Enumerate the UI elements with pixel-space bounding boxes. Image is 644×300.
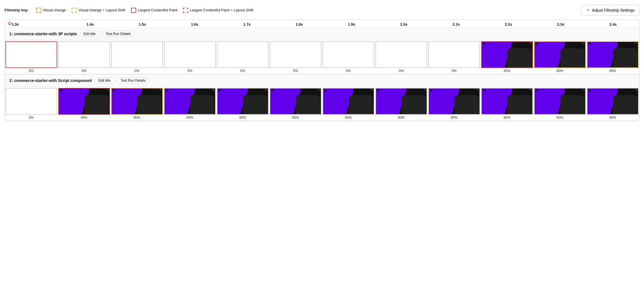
frame-pct-2: 80% — [134, 116, 140, 120]
legend-item-visual-layout: Visual change + Layout Shift — [72, 8, 125, 13]
frame-img-wrap-10: New Short Sleeve T-Shirt$25.99 USDLightw… — [534, 41, 586, 68]
frame-11: New Short Sleeve T-Shirt$25.99 USDLightw… — [586, 87, 639, 121]
frame-img-wrap-8: New Short Sleeve T-Shirt$25.99 USDLightw… — [428, 88, 480, 115]
legend-label-lcp-layout: Largest Contentful Paint + Layout Shift — [190, 8, 253, 12]
frame-11: New Short Sleeve T-Shirt$25.99 USDLightw… — [586, 40, 639, 74]
frame-icon-left — [483, 89, 485, 92]
frame-img-wrap-2: New Short Sleeve T-Shirt$25.99 USDLightw… — [111, 88, 163, 115]
filmstrip-container: 1.3s1.4s1.5s1.6s1.7s1.8s1.9s2.0s2.1s2.2s… — [5, 20, 639, 121]
legend-bar: Filmstrip key: Visual change Visual chan… — [5, 5, 639, 16]
timeline-label-1: 1.4s — [64, 22, 116, 26]
frame-8: New Short Sleeve T-Shirt$25.99 USDLightw… — [428, 87, 481, 121]
frame-7: New Short Sleeve T-Shirt$25.99 USDLightw… — [375, 87, 428, 121]
frame-img-wrap-6 — [323, 41, 374, 68]
frame-pct-8: 80% — [451, 116, 458, 120]
frame-icon-right — [371, 89, 373, 92]
frame-6: 0% — [322, 40, 375, 74]
frame-icon-right — [477, 89, 479, 92]
frame-icon-right — [529, 42, 531, 45]
frame-pct-7: 0% — [399, 69, 404, 73]
frame-pct-11: 80% — [609, 69, 616, 73]
frame-icon-right — [159, 89, 161, 92]
frame-img-wrap-3 — [164, 41, 216, 68]
frame-pct-3: 0% — [187, 69, 192, 73]
frame-icon-left — [430, 89, 432, 92]
edit-title-button-2[interactable]: Edit title — [95, 77, 114, 84]
test-run-details-button-2[interactable]: Test Run Details — [117, 77, 149, 84]
frame-icon-right — [582, 89, 584, 92]
frames-row-1: 0%0%0%0%0%0%0%0%0%New Short Sleeve T-Shi… — [5, 40, 639, 74]
frame-empty-0 — [6, 42, 57, 67]
timeline-label-9: 2.2s — [482, 22, 535, 26]
legend-label-visual-layout: Visual change + Layout Shift — [78, 8, 125, 12]
frame-icon-right — [107, 89, 109, 92]
frame-empty-6 — [323, 42, 374, 67]
frame-3: New Short Sleeve T-Shirt$25.99 USDLightw… — [163, 87, 216, 121]
plus-icon: ＋ — [586, 7, 590, 13]
frame-pct-10: 80% — [556, 69, 563, 73]
frame-icon-right — [318, 89, 320, 92]
frame-img-wrap-1 — [58, 41, 110, 68]
frame-icon-right — [582, 42, 584, 45]
frame-icon-left — [377, 89, 379, 92]
test-run-details-button-1[interactable]: Test Run Details — [102, 31, 134, 37]
frame-pct-1: 40% — [81, 116, 88, 120]
legend-item-lcp: Largest Contentful Paint — [131, 8, 177, 13]
frame-icon-left — [324, 89, 327, 92]
timeline-label-10: 2.3s — [535, 22, 587, 26]
frame-icon-left — [535, 89, 538, 92]
legend-key-label: Filmstrip key: — [5, 8, 29, 12]
timeline-label-3: 1.6s — [169, 22, 221, 26]
legend-item-lcp-layout: Largest Contentful Paint + Layout Shift — [183, 8, 253, 13]
timeline-label-8: 2.1s — [430, 22, 482, 26]
frame-3: 0% — [163, 40, 216, 74]
frame-2: 0% — [111, 40, 163, 74]
frame-2: New Short Sleeve T-Shirt$25.99 USDLightw… — [111, 87, 163, 121]
frame-icon-left — [483, 42, 485, 45]
frame-img-wrap-9: New Short Sleeve T-Shirt$25.99 USDLightw… — [481, 41, 533, 68]
frame-icon-left — [588, 42, 591, 45]
frame-pct-3: 80% — [186, 116, 193, 120]
frame-empty-3 — [165, 42, 215, 67]
frame-img-wrap-1: New Short Sleeve T-Shirt$25.99 USDLightw… — [58, 88, 110, 115]
frame-icon-left — [271, 89, 274, 92]
timeline-label-6: 1.9s — [325, 22, 378, 26]
adjust-filmstrip-button[interactable]: ＋ Adjust Filmstrip Settings — [581, 5, 639, 16]
legend-box-lcp-layout — [183, 8, 188, 13]
frame-img-wrap-5: New Short Sleeve T-Shirt$25.99 USDLightw… — [270, 88, 321, 115]
frame-4: 0% — [216, 40, 269, 74]
frame-5: 0% — [269, 40, 322, 74]
legend-item-visual-change: Visual change — [36, 8, 66, 13]
frame-icon-left — [165, 89, 168, 92]
timeline-labels: 1.3s1.4s1.5s1.6s1.7s1.8s1.9s2.0s2.1s2.2s… — [5, 22, 639, 26]
legend-label-visual-change: Visual change — [43, 8, 66, 12]
lcp-dot — [8, 22, 11, 25]
frame-icon-right — [529, 89, 531, 92]
frame-10: New Short Sleeve T-Shirt$25.99 USDLightw… — [533, 40, 586, 74]
frame-10: New Short Sleeve T-Shirt$25.99 USDLightw… — [533, 87, 586, 121]
frame-img-wrap-6: New Short Sleeve T-Shirt$25.99 USDLightw… — [323, 88, 374, 115]
frame-img-wrap-11: New Short Sleeve T-Shirt$25.99 USDLightw… — [587, 88, 639, 115]
frame-9: New Short Sleeve T-Shirt$25.99 USDLightw… — [481, 87, 533, 121]
frame-pct-1: 0% — [82, 69, 86, 73]
frame-img-wrap-2 — [111, 41, 163, 68]
frame-4: New Short Sleeve T-Shirt$25.99 USDLightw… — [216, 87, 269, 121]
frame-empty-7 — [376, 42, 427, 67]
legend-label-lcp: Largest Contentful Paint — [138, 8, 177, 12]
frame-icon-left — [218, 89, 221, 92]
frame-img-wrap-0 — [5, 41, 57, 68]
frame-pct-0: 0% — [29, 116, 34, 120]
frame-pct-5: 80% — [292, 116, 299, 120]
legend-box-visual-change — [36, 8, 41, 13]
frame-pct-6: 0% — [346, 69, 351, 73]
frame-pct-9: 40% — [504, 69, 510, 73]
frame-pct-0: 0% — [29, 69, 34, 73]
frame-empty-8 — [429, 42, 479, 67]
frame-empty-5 — [270, 42, 321, 67]
frame-icon-right — [212, 89, 214, 92]
frame-img-wrap-4 — [217, 41, 269, 68]
run-section-2: 2: commerce-starter-with Script componen… — [5, 75, 639, 121]
frame-icon-right — [265, 89, 267, 92]
legend-box-visual-layout — [72, 8, 77, 13]
edit-title-button-1[interactable]: Edit title — [80, 31, 99, 37]
